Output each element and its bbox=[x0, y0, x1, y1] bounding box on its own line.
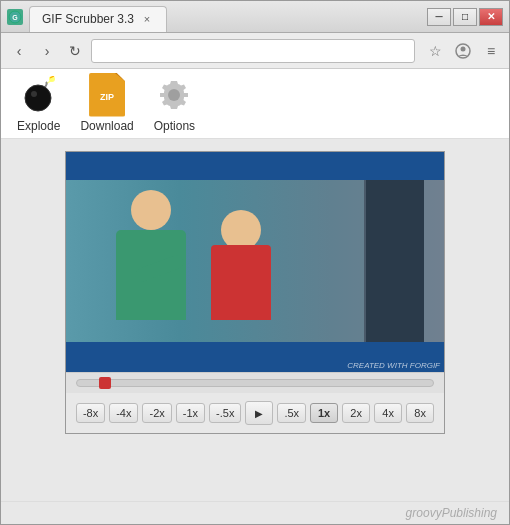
address-bar[interactable] bbox=[91, 39, 415, 63]
star-icon[interactable]: ☆ bbox=[423, 39, 447, 63]
speed-1-button[interactable]: 1x bbox=[310, 403, 338, 423]
nav-icons: ☆ ≡ bbox=[423, 39, 503, 63]
woman-body bbox=[116, 230, 186, 320]
speed-0-5-button[interactable]: .5x bbox=[277, 403, 306, 423]
window-controls: ─ □ ✕ bbox=[427, 8, 503, 26]
nav-bar: ‹ › ↻ ☆ ≡ bbox=[1, 33, 509, 69]
download-label: Download bbox=[80, 119, 133, 133]
speed-4-button[interactable]: 4x bbox=[374, 403, 402, 423]
bomb-icon bbox=[19, 75, 59, 115]
maximize-button[interactable]: □ bbox=[453, 8, 477, 26]
zip-label: ZIP bbox=[100, 92, 114, 102]
speed-minus0-5-button[interactable]: -.5x bbox=[209, 403, 241, 423]
close-button[interactable]: ✕ bbox=[479, 8, 503, 26]
options-button[interactable]: Options bbox=[154, 75, 195, 133]
boy-body bbox=[211, 245, 271, 320]
browser-window: G GIF Scrubber 3.3 × ─ □ ✕ ‹ › ↻ ☆ bbox=[0, 0, 510, 525]
gif-display: CREATED WITH FORGIF bbox=[66, 152, 444, 372]
svg-point-7 bbox=[25, 85, 51, 111]
download-button[interactable]: ZIP Download bbox=[80, 75, 133, 133]
options-label: Options bbox=[154, 119, 195, 133]
browser-tab[interactable]: GIF Scrubber 3.3 × bbox=[29, 6, 167, 32]
scrubber-track[interactable] bbox=[76, 379, 434, 387]
speed-minus1-button[interactable]: -1x bbox=[176, 403, 205, 423]
title-bar: G GIF Scrubber 3.3 × ─ □ ✕ bbox=[1, 1, 509, 33]
toolbar: Explode ZIP Download Options bbox=[1, 69, 509, 139]
menu-icon[interactable]: ≡ bbox=[479, 39, 503, 63]
watermark: CREATED WITH FORGIF bbox=[347, 361, 440, 370]
woman-arm bbox=[134, 253, 186, 283]
profile-icon[interactable] bbox=[451, 39, 475, 63]
speed-minus8-button[interactable]: -8x bbox=[76, 403, 105, 423]
woman-figure bbox=[106, 190, 196, 320]
svg-text:G: G bbox=[12, 14, 18, 21]
gear-icon bbox=[154, 75, 194, 115]
app-icon: G bbox=[7, 9, 23, 25]
footer: groovyPublishing bbox=[1, 501, 509, 524]
scrubber-container bbox=[66, 372, 444, 393]
explode-label: Explode bbox=[17, 119, 60, 133]
play-button[interactable]: ▶ bbox=[245, 401, 273, 425]
minimize-button[interactable]: ─ bbox=[427, 8, 451, 26]
boy-head bbox=[221, 210, 261, 250]
speed-controls: -8x -4x -2x -1x -.5x ▶ .5x 1x 2x 4x 8x bbox=[66, 393, 444, 433]
refresh-button[interactable]: ↻ bbox=[63, 39, 87, 63]
gif-viewer: CREATED WITH FORGIF -8x -4x -2x -1x -.5x… bbox=[65, 151, 445, 434]
explode-button[interactable]: Explode bbox=[17, 75, 60, 133]
scrubber-handle[interactable] bbox=[99, 377, 111, 389]
svg-point-3 bbox=[461, 46, 466, 51]
woman-head bbox=[131, 190, 171, 230]
tab-title: GIF Scrubber 3.3 bbox=[42, 12, 134, 26]
speed-minus4-button[interactable]: -4x bbox=[109, 403, 138, 423]
tab-close-button[interactable]: × bbox=[140, 12, 154, 26]
speed-2-button[interactable]: 2x bbox=[342, 403, 370, 423]
door bbox=[364, 180, 424, 342]
blue-bar-top bbox=[66, 152, 444, 180]
address-input[interactable] bbox=[98, 44, 408, 58]
content-area: CREATED WITH FORGIF -8x -4x -2x -1x -.5x… bbox=[1, 139, 509, 501]
speed-8-button[interactable]: 8x bbox=[406, 403, 434, 423]
boy-figure bbox=[206, 210, 286, 320]
back-button[interactable]: ‹ bbox=[7, 39, 31, 63]
svg-point-8 bbox=[31, 91, 37, 97]
zip-icon: ZIP bbox=[87, 75, 127, 115]
scene: CREATED WITH FORGIF bbox=[66, 152, 444, 372]
footer-text: groovyPublishing bbox=[406, 506, 497, 520]
speed-minus2-button[interactable]: -2x bbox=[142, 403, 171, 423]
scene-content bbox=[66, 180, 444, 342]
forward-button[interactable]: › bbox=[35, 39, 59, 63]
